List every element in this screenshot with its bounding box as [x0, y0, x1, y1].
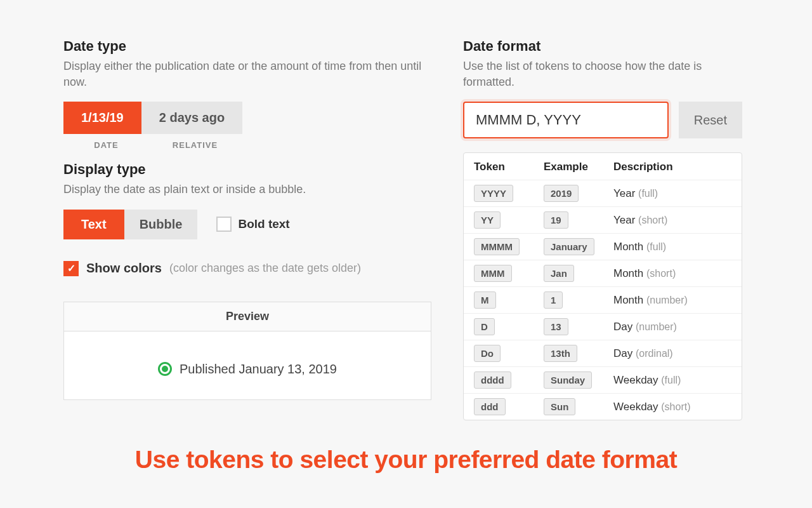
token-desc-sub: (short) — [646, 268, 676, 279]
token-desc: Month — [613, 294, 646, 306]
token-chip[interactable]: MMMM — [474, 238, 520, 255]
example-chip: 13 — [544, 318, 568, 335]
token-desc-sub: (full) — [646, 241, 666, 252]
date-format-title: Date format — [463, 38, 742, 55]
token-desc: Weekday — [613, 374, 661, 386]
date-type-relative-button[interactable]: 2 days ago — [141, 102, 242, 134]
token-desc-sub: (short) — [638, 215, 667, 225]
display-type-title: Display type — [63, 161, 431, 178]
token-table: Token Example Description YYYY2019Year (… — [463, 152, 742, 420]
show-colors-row[interactable]: Show colors (color changes as the date g… — [63, 261, 431, 276]
token-desc-sub: (number) — [636, 321, 677, 332]
relative-label: RELATIVE — [149, 140, 241, 150]
example-chip: Jan — [544, 265, 574, 282]
token-desc: Day — [613, 347, 636, 359]
date-format-input[interactable] — [463, 102, 669, 138]
token-row: MMMJanMonth (short) — [464, 260, 742, 286]
display-bubble-button[interactable]: Bubble — [124, 210, 198, 239]
token-chip[interactable]: Do — [474, 345, 501, 362]
display-type-desc: Display the date as plain text or inside… — [63, 182, 431, 197]
token-chip[interactable]: dddd — [474, 371, 511, 389]
status-dot-icon — [158, 362, 172, 376]
preview-box: Preview Published January 13, 2019 — [63, 302, 431, 400]
token-desc: Weekday — [613, 401, 661, 413]
token-desc-sub: (full) — [661, 375, 681, 385]
example-chip: 13th — [544, 345, 577, 362]
bold-text-label: Bold text — [238, 217, 289, 231]
date-type-toggle: 1/13/19 2 days ago — [63, 102, 242, 134]
example-chip: January — [544, 238, 594, 255]
banner-text: Use tokens to select your preferred date… — [0, 446, 812, 474]
example-chip: 19 — [544, 211, 568, 229]
col-token-header: Token — [474, 161, 544, 173]
token-row: D13Day (number) — [464, 313, 742, 340]
example-chip: Sun — [544, 398, 575, 415]
token-desc-sub: (ordinal) — [636, 348, 673, 359]
preview-title: Preview — [64, 302, 431, 331]
token-desc-sub: (short) — [661, 401, 690, 412]
token-row: M1Month (number) — [464, 286, 742, 313]
example-chip: Sunday — [544, 371, 592, 389]
show-colors-checkbox[interactable] — [63, 261, 79, 276]
token-row: YYYY2019Year (full) — [464, 180, 742, 206]
token-desc-sub: (number) — [646, 295, 688, 305]
token-chip[interactable]: ddd — [474, 398, 506, 415]
display-type-toggle: Text Bubble — [63, 210, 197, 239]
token-row: MMMMJanuaryMonth (full) — [464, 233, 742, 260]
token-chip[interactable]: MMM — [474, 265, 512, 282]
token-row: Do13thDay (ordinal) — [464, 340, 742, 366]
col-example-header: Example — [544, 161, 613, 173]
token-desc: Year — [613, 187, 638, 199]
show-colors-hint: (color changes as the date gets older) — [169, 262, 361, 275]
token-chip[interactable]: YYYY — [474, 185, 513, 202]
example-chip: 1 — [544, 291, 563, 309]
token-row: ddddSundayWeekday (full) — [464, 366, 742, 393]
date-type-title: Date type — [63, 38, 431, 55]
bold-text-checkbox-wrap[interactable]: Bold text — [216, 217, 289, 232]
token-row: YY19Year (short) — [464, 206, 742, 233]
token-desc: Month — [613, 267, 646, 279]
preview-text: Published January 13, 2019 — [180, 362, 337, 377]
token-desc-sub: (full) — [638, 188, 658, 199]
show-colors-label: Show colors — [86, 261, 162, 276]
date-type-desc: Display either the publication date or t… — [63, 58, 431, 90]
token-chip[interactable]: M — [474, 291, 496, 309]
display-type-section: Display type Display the date as plain t… — [63, 161, 431, 239]
token-row: dddSunWeekday (short) — [464, 393, 742, 420]
token-chip[interactable]: D — [474, 318, 495, 335]
bold-text-checkbox[interactable] — [216, 217, 232, 232]
display-text-button[interactable]: Text — [63, 210, 124, 239]
reset-button[interactable]: Reset — [679, 102, 742, 138]
date-label: DATE — [63, 140, 149, 150]
token-chip[interactable]: YY — [474, 211, 501, 229]
token-desc: Year — [613, 214, 638, 226]
col-desc-header: Description — [613, 161, 731, 173]
date-type-date-button[interactable]: 1/13/19 — [63, 102, 141, 134]
token-desc: Day — [613, 321, 636, 333]
example-chip: 2019 — [544, 185, 579, 202]
token-desc: Month — [613, 241, 646, 253]
date-type-section: Date type Display either the publication… — [63, 38, 431, 150]
date-format-desc: Use the list of tokens to choose how the… — [463, 58, 742, 90]
